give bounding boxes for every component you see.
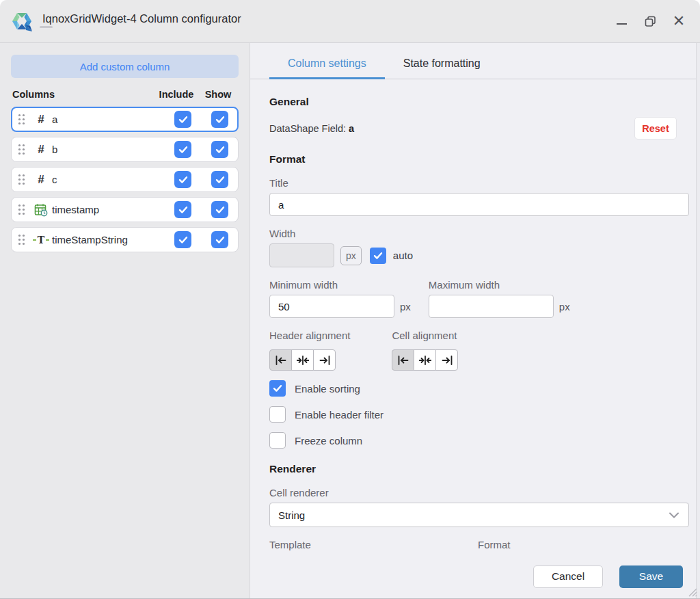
number-type-icon: # (33, 173, 49, 187)
freeze-column-checkbox[interactable] (269, 432, 286, 449)
include-checkbox[interactable] (174, 141, 191, 158)
header-alignment-group (269, 349, 350, 371)
cell-alignment-group (392, 349, 458, 371)
cell-renderer-label: Cell renderer (269, 487, 689, 498)
include-header-label: Include (154, 89, 199, 100)
column-row-a[interactable]: # a (11, 107, 239, 132)
reset-button[interactable]: Reset (634, 117, 677, 139)
cell-renderer-select[interactable]: String (269, 503, 689, 527)
column-name: timestamp (52, 204, 174, 215)
header-align-center-icon[interactable] (291, 349, 314, 371)
header-align-left-icon[interactable] (269, 349, 292, 371)
cell-alignment-label: Cell alignment (392, 330, 458, 341)
column-row-b[interactable]: # b (11, 137, 239, 162)
tab-bar: Column settings State formatting (250, 43, 700, 79)
auto-width-checkbox[interactable] (370, 248, 386, 264)
columns-list-header: Columns Include Show (11, 89, 239, 100)
drag-handle-icon[interactable] (18, 144, 26, 155)
show-checkbox[interactable] (211, 231, 228, 248)
close-icon[interactable]: ✕ (671, 14, 686, 29)
width-px-unit: px (340, 246, 362, 265)
minimum-width-label: Minimum width (269, 279, 418, 291)
drag-handle-icon[interactable] (18, 174, 26, 185)
window-title: IqnoxGridWidget-4 Column configurator (42, 12, 241, 25)
settings-panel: Column settings State formatting General… (250, 43, 700, 598)
column-row-c[interactable]: # c (11, 167, 239, 192)
logo-wordmark (40, 26, 53, 28)
enable-sorting-checkbox[interactable] (269, 380, 286, 397)
add-custom-column-button[interactable]: Add custom column (11, 55, 239, 78)
columns-header-label: Columns (12, 89, 154, 100)
width-label: Width (269, 228, 689, 239)
cell-align-left-icon[interactable] (392, 349, 414, 371)
enable-sorting-label: Enable sorting (295, 383, 360, 395)
include-checkbox[interactable] (174, 171, 191, 188)
cell-align-center-icon[interactable] (414, 349, 436, 371)
renderer-heading: Renderer (269, 463, 689, 475)
number-type-icon: # (33, 113, 49, 127)
resize-handle[interactable] (688, 587, 697, 597)
title-input[interactable] (269, 193, 689, 216)
freeze-column-label: Freeze column (295, 435, 362, 447)
maximum-width-label: Maximum width (429, 279, 577, 291)
show-checkbox[interactable] (211, 141, 228, 158)
minimize-icon[interactable] (614, 14, 629, 29)
column-row-timestamp[interactable]: timestamp (11, 197, 239, 222)
svg-text:T: T (38, 235, 45, 245)
chevron-down-icon (669, 512, 679, 518)
drag-handle-icon[interactable] (18, 114, 26, 125)
save-button[interactable]: Save (619, 565, 683, 588)
column-name: b (52, 144, 174, 155)
column-row-timestampstring[interactable]: T timeStampString (11, 227, 239, 252)
drag-handle-icon[interactable] (18, 204, 26, 215)
include-checkbox[interactable] (174, 201, 191, 218)
show-header-label: Show (199, 89, 237, 100)
column-name: a (52, 114, 174, 125)
dialog-window: IqnoxGridWidget-4 Column configurator ✕ … (0, 0, 700, 599)
enable-header-filter-checkbox[interactable] (269, 406, 286, 423)
column-name: c (52, 174, 174, 185)
cell-renderer-value: String (278, 509, 669, 521)
datashape-field-line: DataShape Field: a (269, 123, 354, 134)
calendar-clock-icon (33, 203, 49, 217)
show-checkbox[interactable] (211, 201, 228, 218)
maximize-restore-icon[interactable] (643, 14, 658, 29)
enable-header-filter-label: Enable header filter (295, 409, 383, 421)
number-type-icon: # (33, 143, 49, 157)
header-alignment-label: Header alignment (269, 330, 350, 341)
maximum-width-px-unit: px (559, 301, 570, 312)
vertical-scrollbar[interactable] (696, 43, 700, 598)
columns-sidebar: Add custom column Columns Include Show #… (0, 43, 250, 598)
format-heading: Format (269, 153, 689, 165)
width-input[interactable] (269, 243, 334, 267)
show-checkbox[interactable] (211, 171, 228, 188)
include-checkbox[interactable] (174, 231, 191, 248)
format-field-label: Format (478, 539, 677, 550)
column-name: timeStampString (52, 234, 174, 245)
text-type-icon: T (33, 235, 49, 245)
minimum-width-input[interactable] (269, 295, 394, 318)
cell-align-right-icon[interactable] (435, 349, 458, 371)
title-label: Title (269, 177, 689, 189)
window-controls: ✕ (614, 14, 686, 29)
header-align-right-icon[interactable] (313, 349, 336, 371)
show-checkbox[interactable] (211, 111, 228, 128)
dialog-footer: Cancel Save (250, 555, 700, 598)
titlebar: IqnoxGridWidget-4 Column configurator ✕ (0, 0, 700, 43)
cancel-button[interactable]: Cancel (533, 565, 603, 588)
auto-width-label: auto (393, 250, 413, 261)
general-heading: General (269, 96, 689, 108)
datashape-field-value: a (349, 123, 354, 134)
tab-state-formatting[interactable]: State formatting (385, 47, 499, 79)
iqnox-logo-icon (10, 9, 34, 34)
tab-column-settings[interactable]: Column settings (269, 47, 385, 79)
drag-handle-icon[interactable] (18, 234, 26, 245)
settings-content: General DataShape Field: a Reset Format … (250, 79, 700, 555)
include-checkbox[interactable] (174, 111, 191, 128)
template-label: Template (269, 539, 469, 550)
minimum-width-px-unit: px (400, 301, 411, 312)
maximum-width-input[interactable] (429, 295, 554, 318)
